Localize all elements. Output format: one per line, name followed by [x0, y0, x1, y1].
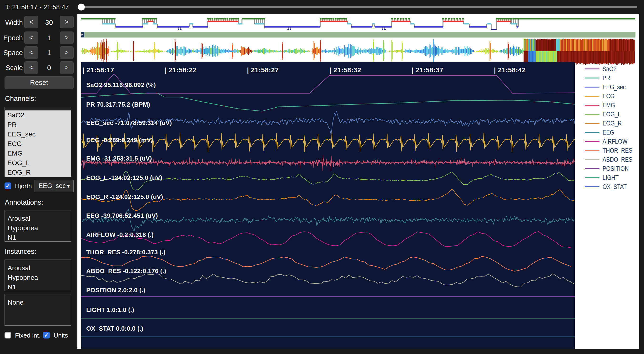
svg-text:| 21:58:42: | 21:58:42	[494, 66, 526, 74]
svg-text:| 21:58:27: | 21:58:27	[247, 66, 279, 74]
svg-text:EEG -39.706:52.451 (uV): EEG -39.706:52.451 (uV)	[86, 212, 158, 219]
svg-text:| 21:58:37: | 21:58:37	[412, 66, 444, 74]
svg-text:| 21:58:32: | 21:58:32	[330, 66, 361, 74]
svg-text:THOR_RES -0.278:0.373 (.): THOR_RES -0.278:0.373 (.)	[86, 249, 166, 256]
svg-text:ECG -0.289:0.249 (mV): ECG -0.289:0.249 (mV)	[86, 136, 153, 144]
svg-text:PR 70.317:75.2 (BPM): PR 70.317:75.2 (BPM)	[86, 101, 150, 108]
svg-text:EOG_L -124.02:125.0 (uV): EOG_L -124.02:125.0 (uV)	[86, 174, 162, 181]
svg-text:AIRFLOW -0.2:0.318 (.): AIRFLOW -0.2:0.318 (.)	[86, 231, 154, 238]
svg-text:SaO2 95.116:96.092 (%): SaO2 95.116:96.092 (%)	[86, 81, 156, 89]
svg-text:EEG_sec -71.078:59.314 (uV): EEG_sec -71.078:59.314 (uV)	[86, 119, 172, 126]
svg-text:EOG_R -124.02:125.0 (uV): EOG_R -124.02:125.0 (uV)	[86, 193, 163, 200]
svg-text:POSITION 2.0:2.0 (.): POSITION 2.0:2.0 (.)	[86, 286, 145, 294]
svg-text:OX_STAT 0.0:0.0 (.): OX_STAT 0.0:0.0 (.)	[86, 325, 144, 332]
svg-text:LIGHT 1.0:1.0 (.): LIGHT 1.0:1.0 (.)	[86, 306, 134, 313]
svg-text:| 21:58:22: | 21:58:22	[165, 66, 197, 74]
svg-text:EMG -31.253:31.5 (uV): EMG -31.253:31.5 (uV)	[86, 155, 152, 162]
svg-text:| 21:58:17: | 21:58:17	[82, 66, 114, 74]
svg-text:ABDO_RES -0.122:0.176 (.): ABDO_RES -0.122:0.176 (.)	[86, 267, 166, 275]
